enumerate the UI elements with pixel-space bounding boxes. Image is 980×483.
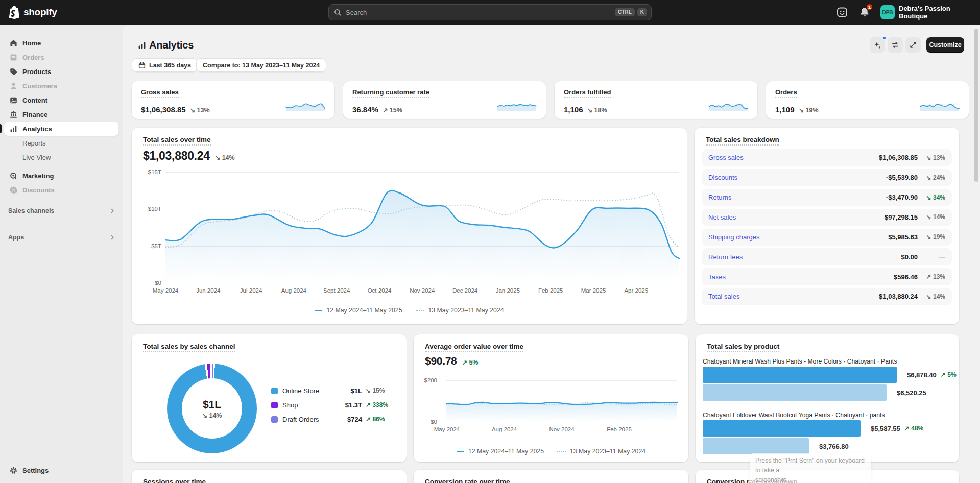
product-value: $5,587.55: [871, 425, 900, 432]
metric-delta: ↘ 13%: [190, 106, 210, 114]
average-order-value-card: Average order value over time $90.78↗ 5%…: [414, 334, 688, 462]
compare-filter[interactable]: Compare to: 13 May 2023–11 May 2024: [196, 58, 326, 72]
legend-previous: 13 May 2023–11 May 2024: [557, 448, 646, 455]
product-label[interactable]: Chatoyant Foldover Waist Bootcut Yoga Pa…: [703, 412, 885, 419]
search-shortcut: CTRL K: [615, 8, 647, 16]
product-bar-current[interactable]: [703, 367, 897, 383]
sidebar-item-content[interactable]: Content: [4, 93, 118, 107]
legend-swatch: [557, 451, 566, 452]
breakdown-label[interactable]: Taxes: [708, 273, 894, 281]
breakdown-value: -$5,539.80: [886, 174, 918, 181]
admin-face-icon[interactable]: [836, 7, 848, 18]
sidebar-item-products[interactable]: Products: [4, 64, 118, 79]
sidebar-item-orders[interactable]: Orders: [4, 50, 118, 64]
store-avatar[interactable]: DPB: [880, 5, 895, 19]
sparkline-chart: [285, 100, 325, 112]
breakdown-row[interactable]: Total sales$1,03,880.24↘ 14%: [702, 288, 952, 305]
breakdown-label[interactable]: Return fees: [708, 253, 901, 261]
metric-card-gross-sales[interactable]: Gross sales $1,06,308.85↘ 13%: [132, 81, 334, 119]
product-bar-current[interactable]: [703, 420, 861, 437]
x-tick: Nov 2024: [404, 287, 440, 294]
fullscreen-button[interactable]: [905, 37, 921, 53]
total-sales-breakdown-card: Total sales breakdown Gross sales$1,06,3…: [695, 128, 959, 324]
sidebar-item-settings[interactable]: Settings: [4, 463, 118, 477]
breakdown-label[interactable]: Returns: [708, 194, 886, 201]
x-tick: Dec 2024: [447, 287, 483, 294]
magic-insights-button[interactable]: [870, 37, 885, 53]
legend-label: 12 May 2024–11 May 2025: [326, 307, 402, 314]
total-sales-over-time-card: Total sales over time $1,03,880.24↘ 14% …: [132, 128, 687, 324]
breakdown-label[interactable]: Gross sales: [708, 154, 879, 161]
breakdown-value: $1,03,880.24: [879, 293, 918, 300]
metric-title[interactable]: Orders: [775, 88, 797, 98]
shopify-logo[interactable]: shopify: [7, 5, 57, 19]
notification-dot: [882, 36, 887, 40]
metric-card-returning-rate[interactable]: Returning customer rate 36.84%↗ 15%: [343, 81, 546, 119]
refresh-data-button[interactable]: [888, 37, 903, 53]
store-name[interactable]: Debra's Passion Boutique: [899, 0, 980, 25]
scrollbar-thumb[interactable]: [974, 29, 978, 182]
breakdown-row[interactable]: Taxes$596.46↗ 13%: [702, 268, 952, 285]
product-bar-previous[interactable]: [703, 384, 887, 401]
legend-label: 12 May 2024–11 May 2025: [468, 448, 544, 455]
x-tick: Feb 2025: [602, 426, 637, 432]
date-range-filter[interactable]: Last 365 days: [132, 58, 198, 72]
sidebar-item-analytics[interactable]: Analytics: [4, 122, 118, 136]
sidebar-item-discounts[interactable]: Discounts: [4, 183, 118, 197]
date-range-label: Last 365 days: [149, 62, 191, 69]
product-bar-previous[interactable]: [703, 438, 809, 454]
metric-card-orders-fulfilled[interactable]: Orders fulfilled 1,106↘ 18%: [555, 81, 757, 119]
x-tick: Apr 2025: [618, 287, 654, 294]
legend-label: Draft Orders: [282, 416, 336, 423]
breakdown-label[interactable]: Total sales: [708, 293, 879, 300]
sidebar-item-label: Customers: [22, 82, 57, 90]
sales-by-product-card: Total sales by product Chatoyant Mineral…: [696, 334, 959, 462]
sidebar-item-live-view[interactable]: Live View: [4, 150, 118, 164]
breakdown-label[interactable]: Discounts: [708, 174, 886, 181]
metric-title[interactable]: Gross sales: [141, 88, 179, 98]
metric-title[interactable]: Returning customer rate: [352, 88, 429, 98]
product-value: $6,520.25: [897, 389, 926, 397]
sidebar-section-sales-channels[interactable]: Sales channels: [0, 204, 123, 218]
legend-swatch: [271, 402, 278, 408]
metric-card-orders[interactable]: Orders 1,109↘ 19%: [766, 81, 969, 119]
chart-title[interactable]: Total sales by product: [707, 343, 779, 352]
sidebar-item-finance[interactable]: Finance: [4, 107, 118, 122]
breakdown-row[interactable]: Return fees$0.00—: [702, 248, 952, 265]
breakdown-row[interactable]: Returns-$3,470.90↘ 34%: [702, 189, 952, 206]
chart-title[interactable]: Total sales breakdown: [706, 136, 779, 146]
sidebar-item-reports[interactable]: Reports: [4, 136, 118, 150]
breakdown-value: -$3,470.90: [886, 194, 918, 201]
sidebar-item-label: Analytics: [22, 125, 52, 133]
breakdown-row[interactable]: Net sales$97,298.15↘ 14%: [702, 209, 952, 226]
sidebar-item-marketing[interactable]: Marketing: [4, 168, 118, 183]
breakdown-rows: Gross sales$1,06,308.85↘ 13%Discounts-$5…: [702, 149, 952, 308]
chart-legend: 12 May 2024–11 May 2025 13 May 2023–11 M…: [414, 448, 688, 455]
breakdown-value: $596.46: [894, 273, 918, 281]
chart-title[interactable]: Conversion rate over time: [425, 478, 510, 483]
total-sales-line-chart: [132, 128, 687, 324]
chart-title[interactable]: Sessions over time: [143, 478, 206, 483]
breakdown-row[interactable]: Shipping charges$5,985.63↘ 19%: [702, 229, 952, 246]
sidebar-item-label: Discounts: [22, 186, 55, 194]
product-label[interactable]: Chatoyant Mineral Wash Plus Pants - More…: [703, 358, 897, 365]
home-icon: [9, 39, 18, 47]
shopify-wordmark: shopify: [23, 7, 57, 18]
breakdown-row[interactable]: Gross sales$1,06,308.85↘ 13%: [702, 149, 952, 166]
breakdown-label[interactable]: Shipping charges: [708, 233, 888, 241]
chart-title[interactable]: Total sales by sales channel: [143, 343, 235, 352]
calendar-icon: [138, 62, 146, 69]
sidebar-section-apps[interactable]: Apps: [0, 230, 123, 245]
breakdown-label[interactable]: Net sales: [708, 213, 885, 221]
legend-swatch: [271, 388, 278, 394]
sidebar-item-home[interactable]: Home: [4, 36, 118, 50]
customize-button[interactable]: Customize: [926, 37, 964, 53]
sidebar-item-customers[interactable]: Customers: [4, 79, 118, 93]
settings-gear-icon: [9, 466, 18, 475]
search-input[interactable]: Search CTRL K: [328, 4, 652, 20]
sparkline-chart: [497, 100, 537, 112]
metric-title[interactable]: Orders fulfilled: [564, 88, 611, 98]
breakdown-value: $0.00: [901, 253, 918, 261]
breakdown-row[interactable]: Discounts-$5,539.80↘ 24%: [702, 169, 952, 186]
metric-value: $1,06,308.85: [141, 105, 186, 114]
